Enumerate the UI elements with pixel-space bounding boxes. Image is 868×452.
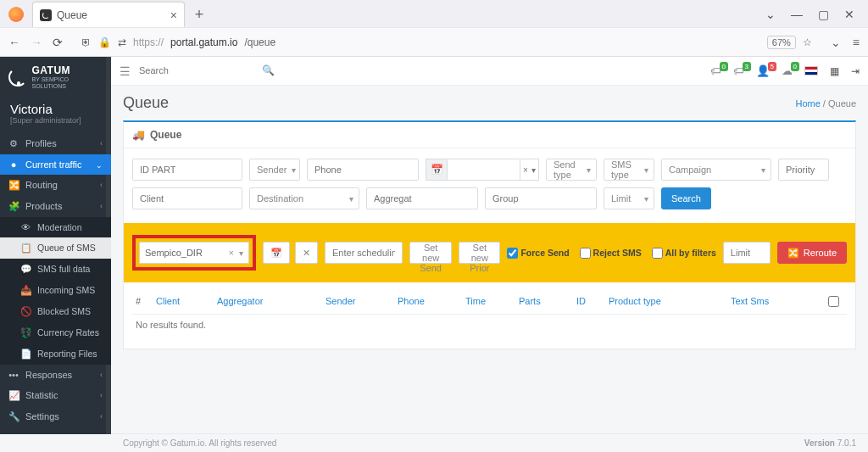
filter-limit[interactable]: Limit [604,187,654,209]
hamburger-icon[interactable]: ☰ [120,64,131,78]
panel-title: Queue [150,129,181,141]
badge-count: 3 [743,62,751,71]
sidebar-item-settings[interactable]: 🔧Settings‹ [0,406,111,427]
shuffle-icon: 🔀 [787,248,799,259]
queue-panel: 🚚 Queue Sender 📅 ×▾ Send type SMS type C… [123,120,856,349]
calendar-button[interactable]: 📅 [263,242,290,264]
notification-icon-3[interactable]: ☁0 [782,64,793,77]
reload-button[interactable]: ⟳ [53,36,63,49]
global-search-input[interactable] [139,62,275,81]
filter-sender[interactable]: Sender [249,159,300,181]
user-name: Victoria [10,102,101,116]
url-host: portal.gatum.io [170,36,237,48]
filter-send-type[interactable]: Send type [546,159,597,181]
set-new-prior-button[interactable]: Set new Prior [459,242,500,264]
filter-destination[interactable]: Destination [249,187,359,209]
col-phone[interactable]: Phone [398,296,465,309]
flag-icon[interactable] [804,66,818,75]
calendar-icon[interactable]: 📅 [426,159,448,181]
bookmark-icon[interactable]: ☆ [803,36,812,48]
grid-icon[interactable]: ▦ [830,65,839,77]
search-icon[interactable]: 🔍 [262,64,275,76]
topbar: ☰ 🔍 🏷0🏷3👤5☁0 ▦ ⇥ [111,57,868,86]
filter-phone[interactable] [307,159,419,181]
sidebar-item-currency-rates[interactable]: 💱Currency Rates [0,322,111,343]
notification-icon-2[interactable]: 👤5 [756,64,770,77]
address-bar[interactable]: ⛨ 🔒 ⇄ https://portal.gatum.io/queue 67% … [73,31,821,53]
force-send-checkbox[interactable]: Force Send [507,248,569,259]
filter-client[interactable] [132,187,242,209]
scheduling-date-input[interactable] [325,242,403,264]
nav-icon: 📥 [20,285,31,296]
col-product-type[interactable]: Product type [609,296,731,309]
chevron-icon: ⌄ [96,161,103,170]
sidebar-item-profiles[interactable]: ⚙Profiles‹ [0,133,111,154]
filter-group[interactable] [485,187,597,209]
sidebar-item-sms-full-data[interactable]: 💬SMS full data [0,259,111,280]
sidebar-item-queue-of-sms[interactable]: 📋Queue of SMS [0,237,111,259]
sidebar-item-moderation[interactable]: 👁Moderation [0,217,111,237]
nav-icon: 🚫 [20,306,31,317]
nav-label: Blocked SMS [37,306,91,316]
notification-icon-1[interactable]: 🏷3 [733,64,744,77]
breadcrumb-home[interactable]: Home [795,98,820,109]
chevron-icon: ‹ [100,412,103,421]
reroute-limit-input[interactable] [723,242,771,264]
select-all-checkbox[interactable] [828,296,839,307]
clear-icon[interactable]: × [229,248,234,258]
sidebar-item-reporting-files[interactable]: 📄Reporting Files [0,343,111,365]
chevron-down-icon[interactable]: ⌄ [765,8,776,21]
sidebar-item-products[interactable]: 🧩Products‹ [0,196,111,217]
all-by-filters-checkbox[interactable]: All by filters [652,248,716,259]
nav-label: Products [25,201,62,211]
logout-icon[interactable]: ⇥ [851,65,860,77]
new-tab-button[interactable]: + [190,5,209,24]
back-button[interactable]: ← [8,36,20,49]
sidebar-item-incoming-sms[interactable]: 📥Incoming SMS [0,280,111,301]
zoom-level[interactable]: 67% [767,36,796,49]
nav-label: Profiles [25,138,57,148]
filter-sms-type[interactable]: SMS type [604,159,654,181]
sidebar-item-responses[interactable]: •••Responses‹ [0,365,111,385]
browser-tab[interactable]: Queue × [32,2,185,27]
sidebar-item-routing[interactable]: 🔀Routing‹ [0,175,111,196]
reroute-destination-select[interactable]: Sempico_DIR × ▾ [139,242,249,264]
menu-icon[interactable]: ≡ [853,36,860,49]
col-text-sms[interactable]: Text Sms [731,296,820,309]
filter-priority[interactable] [778,159,829,181]
set-new-send-button[interactable]: Set new Send [409,242,452,264]
col-client[interactable]: Client [156,296,217,309]
truck-icon: 🚚 [132,129,145,141]
filter-aggregator[interactable] [366,187,478,209]
filter-date[interactable]: 📅 ×▾ [426,159,539,181]
close-window-icon[interactable]: ✕ [844,8,854,21]
col-aggregator[interactable]: Aggregator [217,296,326,309]
chevron-down-icon[interactable]: ▾ [239,248,243,258]
nav-label: Moderation [37,222,82,232]
nav-label: Statistic [25,390,58,400]
nav-icon: ⚙ [8,138,19,149]
maximize-icon[interactable]: ▢ [818,8,829,21]
filter-id-part[interactable] [132,159,242,181]
search-button[interactable]: Search [661,187,711,209]
sidebar-item-blocked-sms[interactable]: 🚫Blocked SMS [0,301,111,322]
tab-close-icon[interactable]: × [170,8,177,22]
filter-campaign[interactable]: Campaign [661,159,771,181]
col-id[interactable]: ID [576,296,609,309]
chevron-icon: ‹ [100,181,103,189]
breadcrumb-current: Queue [828,98,856,109]
nav-label: Incoming SMS [37,285,95,295]
clear-date-button[interactable]: ✕ [295,242,318,264]
minimize-icon[interactable]: — [791,8,803,21]
pocket-icon[interactable]: ⌄ [831,36,841,49]
notification-icon-0[interactable]: 🏷0 [710,64,721,77]
sidebar-item-current-traffic[interactable]: ●Current traffic⌄ [0,154,111,175]
col-parts[interactable]: Parts [519,296,576,309]
footer-copyright: Copyright © Gatum.io. All rights reserve… [123,438,276,448]
reroute-button[interactable]: 🔀Reroute [777,242,847,264]
reject-sms-checkbox[interactable]: Reject SMS [580,248,642,259]
col-sender[interactable]: Sender [326,296,398,309]
sidebar-item-statistic[interactable]: 📈Statistic‹ [0,385,111,406]
col-time[interactable]: Time [465,296,519,309]
nav-icon: 🔧 [8,411,19,422]
